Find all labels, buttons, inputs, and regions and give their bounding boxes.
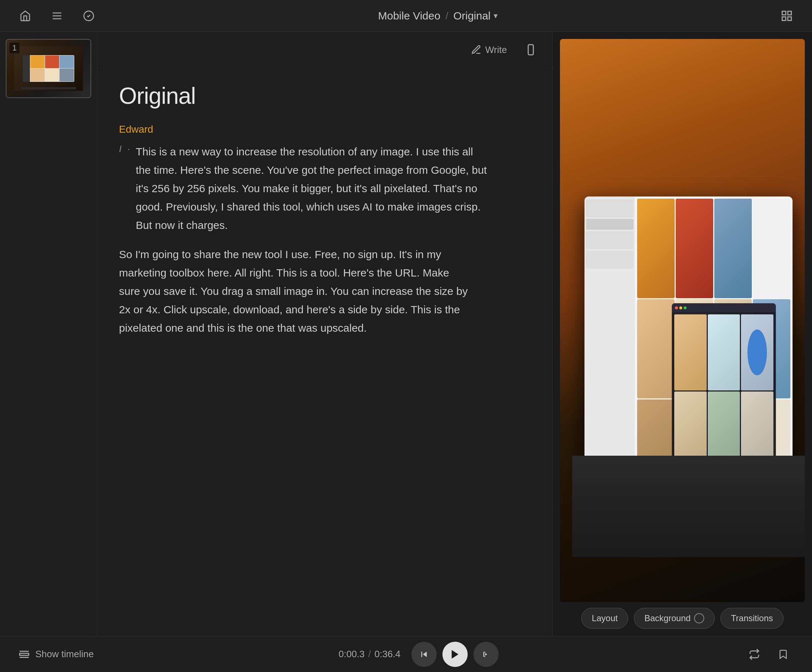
preview-panel: Layout Background Transitions — [553, 32, 812, 636]
topbar: Mobile Video / Original ▾ — [0, 0, 812, 32]
phone-preview-button[interactable] — [520, 39, 542, 61]
transcript-text-1[interactable]: This is a new way to increase the resolu… — [136, 142, 489, 234]
laptop-screen — [585, 196, 793, 500]
content-body: Original Edward I · This is a new way to… — [97, 68, 553, 636]
sidebar-item — [586, 200, 633, 217]
background-circle-icon — [694, 613, 704, 623]
topbar-left — [14, 5, 99, 27]
overlay-grid — [672, 312, 776, 470]
layout-tab-button[interactable]: Layout — [581, 608, 628, 629]
write-label: Write — [485, 44, 507, 56]
sidebar-item — [586, 219, 633, 230]
sidebar-item — [586, 231, 633, 249]
grid-cell — [676, 199, 713, 298]
skip-back-button[interactable] — [411, 642, 437, 667]
time-separator: / — [368, 648, 371, 660]
layout-toggle-button[interactable] — [776, 5, 798, 27]
laptop-sidebar — [585, 196, 635, 500]
content-panel: Write Original Edward I · This is a new … — [97, 32, 553, 636]
slide-1-thumb[interactable]: 1 — [6, 39, 91, 98]
sidebar-item — [586, 251, 633, 269]
slides-panel: 1 — [0, 32, 97, 636]
svg-rect-6 — [782, 17, 786, 20]
overlay-cell — [741, 314, 773, 391]
check-button[interactable] — [78, 5, 99, 27]
laptop-base — [572, 456, 805, 557]
total-time: 0:36.4 — [375, 648, 401, 660]
blue-circle — [747, 329, 767, 375]
speaker-name: Edward — [119, 124, 531, 135]
svg-marker-13 — [452, 650, 459, 659]
close-dot — [675, 307, 678, 309]
svg-rect-4 — [782, 11, 786, 15]
content-toolbar: Write — [97, 32, 553, 68]
svg-rect-10 — [19, 653, 29, 655]
svg-rect-8 — [528, 45, 533, 55]
breadcrumb-scene-label: Original — [453, 10, 490, 22]
main-container: 1 Write Original Edward — [0, 32, 812, 636]
layout-tab-label: Layout — [592, 613, 618, 623]
slide-number: 1 — [9, 43, 19, 53]
show-timeline-label: Show timeline — [35, 648, 94, 660]
skip-forward-button[interactable] — [473, 642, 499, 667]
svg-rect-7 — [788, 17, 792, 20]
laptop-overlay — [672, 303, 776, 471]
preview-tab-buttons: Layout Background Transitions — [581, 608, 783, 629]
loop-button[interactable] — [744, 643, 765, 665]
dropdown-chevron-icon: ▾ — [494, 11, 498, 20]
maximize-dot — [684, 307, 686, 309]
home-button[interactable] — [14, 5, 36, 27]
grid-cell — [637, 199, 675, 298]
breadcrumb: Mobile Video / Original ▾ — [378, 10, 497, 22]
grid-cell — [753, 199, 790, 298]
grid-cell — [714, 199, 752, 298]
laptop-overlay-top — [672, 304, 776, 312]
italic-marker: I — [119, 143, 121, 155]
play-button[interactable] — [442, 642, 467, 667]
breadcrumb-scene-dropdown[interactable]: Original ▾ — [453, 10, 497, 22]
keyboard-rows — [572, 456, 805, 462]
bookmark-button[interactable] — [772, 643, 794, 665]
topbar-right — [776, 5, 798, 27]
dot-marker: · — [127, 143, 130, 155]
menu-button[interactable] — [46, 5, 68, 27]
breadcrumb-project[interactable]: Mobile Video — [378, 10, 440, 22]
playback-info: 0:00.3 / 0:36.4 — [339, 648, 401, 660]
background-tab-button[interactable]: Background — [634, 608, 715, 629]
playback-section: 0:00.3 / 0:36.4 — [339, 642, 499, 667]
minimize-dot — [679, 307, 682, 309]
transcript-text-2[interactable]: So I'm going to share the new tool I use… — [119, 245, 473, 337]
transitions-tab-label: Transitions — [731, 613, 773, 623]
show-timeline-button[interactable]: Show timeline — [18, 648, 94, 660]
grid-cell — [637, 299, 675, 398]
transcript-block-1: I · This is a new way to increase the re… — [119, 142, 531, 234]
right-controls — [744, 643, 794, 665]
video-preview — [560, 39, 805, 602]
overlay-cell — [674, 314, 707, 391]
slide-title: Original — [119, 83, 531, 109]
breadcrumb-separator: / — [445, 10, 448, 22]
transitions-tab-button[interactable]: Transitions — [720, 608, 783, 629]
playback-controls — [411, 642, 499, 667]
bottom-bar: Show timeline 0:00.3 / 0:36.4 — [0, 636, 812, 672]
overlay-cell — [708, 314, 740, 391]
current-time: 0:00.3 — [339, 648, 365, 660]
svg-rect-5 — [788, 11, 792, 15]
background-tab-label: Background — [644, 613, 691, 623]
write-button[interactable]: Write — [465, 41, 513, 58]
